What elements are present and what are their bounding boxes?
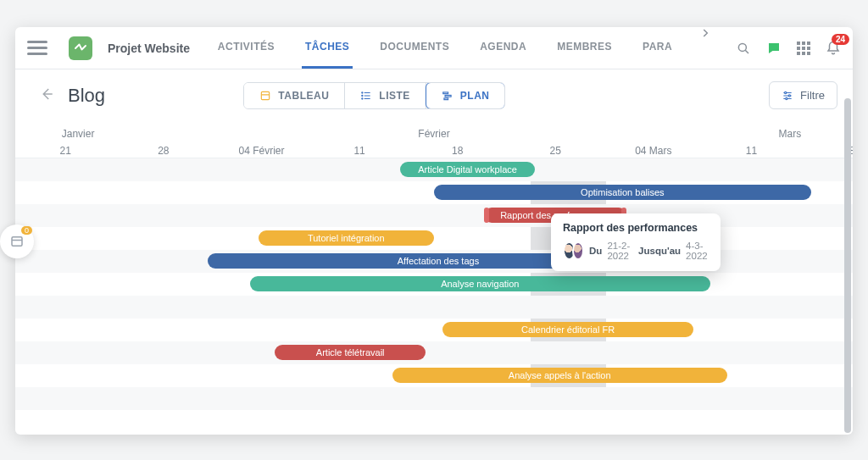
- task-tooltip: Rapport des performances Du 21-2-2022 Ju…: [551, 213, 721, 271]
- gantt-bar[interactable]: Article Digital workplace: [400, 162, 534, 177]
- month-label: Février: [141, 128, 727, 140]
- gantt-bar[interactable]: Calendrier éditorial FR: [442, 322, 693, 337]
- day-label: 11: [353, 145, 364, 157]
- view-plan-button[interactable]: PLAN: [426, 82, 506, 109]
- gantt-row: [15, 296, 853, 319]
- tooltip-to-label: Jusqu'au: [638, 246, 681, 256]
- svg-point-17: [788, 94, 790, 96]
- search-icon[interactable]: [736, 41, 751, 56]
- filter-label: Filtre: [800, 89, 825, 102]
- svg-rect-12: [444, 97, 448, 99]
- project-title: Projet Website: [108, 42, 190, 55]
- notification-badge: 24: [832, 34, 849, 45]
- gantt-row: Analyse navigation: [15, 273, 853, 296]
- timeline-days: 212804 Février11182504 Mars1118: [15, 141, 853, 158]
- chat-icon[interactable]: [766, 41, 782, 56]
- svg-point-18: [786, 97, 787, 99]
- month-label: Janvier: [15, 128, 141, 140]
- gantt-bar[interactable]: Optimisation balises: [434, 185, 811, 200]
- gantt-row: Analyse appels à l'action: [15, 364, 853, 387]
- nav-tab-activités[interactable]: ACTIVITÉS: [214, 27, 278, 69]
- gantt-row: Affectation des tags: [15, 250, 853, 273]
- gantt-bar[interactable]: Analyse appels à l'action: [392, 368, 727, 383]
- view-tableau-label: TABLEAU: [278, 90, 329, 102]
- view-plan-label: PLAN: [460, 90, 490, 102]
- view-liste-label: LISTE: [379, 90, 410, 102]
- timeline: JanvierFévrierMars 212804 Février1118250…: [15, 121, 853, 435]
- day-label: 04 Février: [238, 145, 284, 157]
- svg-line-1: [745, 50, 748, 53]
- month-label: Mars: [727, 128, 853, 140]
- day-label: 21: [60, 145, 71, 157]
- gantt-row: Tutoriel intégration: [15, 227, 853, 250]
- avatar: [572, 241, 585, 260]
- day-label: 04 Mars: [635, 145, 671, 157]
- top-actions: 24: [736, 41, 841, 56]
- svg-rect-2: [262, 91, 270, 99]
- gantt-chart[interactable]: Article Digital workplaceOptimisation ba…: [15, 158, 853, 410]
- tooltip-from-date: 21-2-2022: [607, 241, 633, 261]
- nav-tab-para[interactable]: PARA: [639, 27, 676, 69]
- gantt-row: Calendrier éditorial FR: [15, 319, 853, 341]
- svg-point-9: [362, 97, 363, 98]
- page-title: Blog: [68, 85, 105, 107]
- day-label: 28: [158, 145, 169, 157]
- sub-bar: Blog TABLEAU LISTE PLAN Filtre: [15, 69, 853, 121]
- view-liste-button[interactable]: LISTE: [345, 83, 426, 108]
- gantt-bar[interactable]: Article télétravail: [275, 345, 426, 360]
- svg-point-16: [785, 91, 787, 93]
- nav-tab-documents[interactable]: DOCUMENTS: [376, 27, 453, 69]
- svg-point-7: [362, 91, 363, 92]
- tooltip-from-label: Du: [589, 246, 602, 256]
- side-collapse-button[interactable]: 0: [0, 224, 34, 258]
- svg-rect-19: [12, 237, 22, 247]
- svg-rect-10: [443, 91, 448, 93]
- svg-point-8: [362, 95, 363, 96]
- gantt-row: [15, 387, 853, 410]
- hamburger-icon[interactable]: [27, 38, 47, 58]
- side-bubble-badge: 0: [21, 226, 32, 235]
- gantt-row: Article télétravail: [15, 341, 853, 364]
- view-switch: TABLEAU LISTE PLAN: [243, 82, 505, 109]
- tooltip-title: Rapport des performances: [563, 222, 709, 234]
- filter-button[interactable]: Filtre: [769, 81, 837, 109]
- nav-more-icon[interactable]: [699, 27, 711, 69]
- apps-grid-icon[interactable]: [797, 42, 810, 55]
- gantt-bar[interactable]: Tutoriel intégration: [259, 230, 434, 246]
- bar-resize-handle[interactable]: [484, 208, 489, 223]
- day-label: 11: [746, 145, 757, 157]
- gantt-bar[interactable]: Analyse navigation: [250, 276, 710, 291]
- notifications-icon[interactable]: 24: [826, 41, 841, 56]
- nav-tab-tâches[interactable]: TÂCHES: [302, 27, 353, 69]
- back-arrow-icon[interactable]: [39, 86, 54, 105]
- view-tableau-button[interactable]: TABLEAU: [244, 83, 345, 108]
- gantt-row: Article Digital workplace: [15, 158, 853, 181]
- day-label: 18: [452, 145, 463, 157]
- timeline-months: JanvierFévrierMars: [15, 121, 853, 141]
- scrollbar[interactable]: [844, 98, 851, 433]
- day-label: 25: [550, 145, 561, 157]
- svg-point-0: [738, 43, 746, 51]
- gantt-row: Rapport des performances: [15, 204, 853, 227]
- nav-tabs: ACTIVITÉSTÂCHESDOCUMENTSAGENDAMEMBRESPAR…: [198, 27, 727, 69]
- app-logo[interactable]: [69, 36, 92, 60]
- gantt-row: Optimisation balises: [15, 181, 853, 204]
- nav-tab-membres[interactable]: MEMBRES: [554, 27, 615, 69]
- nav-tab-agenda[interactable]: AGENDA: [476, 27, 530, 69]
- tooltip-to-date: 4-3-2022: [686, 241, 709, 261]
- top-bar: Projet Website ACTIVITÉSTÂCHESDOCUMENTSA…: [15, 27, 853, 69]
- svg-rect-11: [445, 95, 451, 97]
